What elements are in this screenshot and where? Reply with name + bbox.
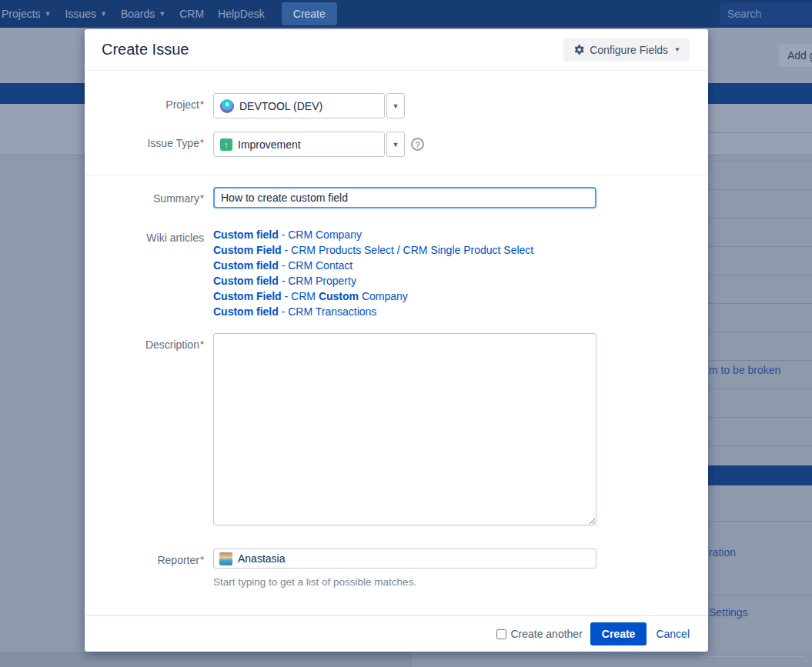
search-input[interactable] (720, 3, 812, 25)
project-select-value[interactable]: DEVTOOL (DEV) (213, 93, 385, 118)
nav-item-label: Boards (121, 8, 155, 20)
project-select-text: DEVTOOL (DEV) (239, 100, 322, 112)
nav-create-button[interactable]: Create (282, 2, 337, 25)
description-label: Description* (85, 333, 204, 528)
nav-item-helpdesk[interactable]: HelpDesk (218, 8, 265, 20)
bg-table-row-divider (699, 656, 805, 657)
required-asterisk: * (200, 137, 204, 148)
issue-type-dropdown-button[interactable]: ▼ (386, 132, 405, 157)
reporter-field-row: Reporter* (85, 549, 708, 569)
help-question-icon[interactable]: ? (411, 138, 424, 151)
project-select[interactable]: DEVTOOL (DEV) ▼ (213, 93, 405, 118)
reporter-input-box[interactable] (213, 549, 596, 569)
issue-type-select-value[interactable]: ↑ Improvement (213, 132, 385, 157)
issue-type-select-text: Improvement (238, 138, 301, 151)
bg-left-panel (0, 652, 412, 667)
nav-item-label: HelpDesk (218, 8, 265, 20)
nav-item-projects[interactable]: Projects▼ (2, 8, 52, 20)
nav-item-boards[interactable]: Boards▼ (121, 8, 165, 20)
project-label: Project* (85, 93, 204, 118)
wiki-articles-row: Wiki articles Custom field - CRM Company… (85, 227, 708, 319)
dialog-title: Create Issue (102, 41, 189, 58)
reporter-input[interactable] (238, 552, 590, 565)
dialog-footer: Create another Create Cancel (85, 615, 708, 652)
chevron-down-icon: ▼ (674, 46, 680, 53)
wiki-article-link-3[interactable]: Custom field - CRM Contact (213, 258, 533, 273)
reporter-hint-text: Start typing to get a list of possible m… (213, 576, 708, 588)
top-nav-bar: Projects▼Issues▼Boards▼CRMHelpDesk Creat… (0, 0, 812, 28)
bg-configuration-link[interactable]: ration (709, 546, 736, 559)
wiki-article-link-6[interactable]: Custom field - CRM Transactions (213, 304, 533, 319)
create-button[interactable]: Create (590, 622, 647, 645)
gear-icon (573, 44, 584, 55)
reporter-avatar (219, 552, 232, 565)
configure-fields-button[interactable]: Configure Fields ▼ (563, 38, 690, 62)
dialog-header: Create Issue Configure Fields ▼ (85, 29, 708, 71)
project-avatar-icon (220, 99, 234, 113)
summary-input[interactable] (213, 187, 596, 208)
issue-type-select[interactable]: ↑ Improvement ▼ (213, 132, 405, 157)
wiki-articles-label: Wiki articles (85, 227, 204, 319)
nav-item-label: Issues (65, 8, 96, 20)
chevron-down-icon: ▼ (45, 10, 52, 18)
section-divider (85, 175, 708, 175)
summary-label: Summary* (85, 187, 204, 208)
description-textarea[interactable] (213, 333, 596, 525)
required-asterisk: * (200, 339, 204, 350)
bg-right-panel (413, 652, 812, 667)
create-another-label: Create another (510, 628, 582, 640)
wiki-article-link-4[interactable]: Custom field - CRM Property (213, 273, 533, 288)
wiki-articles-links: Custom field - CRM CompanyCustom Field -… (213, 227, 533, 319)
bg-issue-link[interactable]: m to be broken (709, 364, 780, 376)
create-another-checkbox[interactable] (496, 629, 506, 639)
project-select-dropdown-button[interactable]: ▼ (386, 93, 405, 118)
nav-item-crm[interactable]: CRM (179, 8, 204, 20)
improvement-icon: ↑ (220, 138, 232, 151)
bg-settings-link[interactable]: Settings (709, 606, 748, 619)
reporter-label: Reporter* (85, 549, 204, 569)
project-field-row: Project* DEVTOOL (DEV) ▼ (85, 93, 708, 118)
nav-item-label: Projects (2, 8, 41, 20)
required-asterisk: * (200, 192, 204, 204)
summary-field-row: Summary* (85, 187, 708, 208)
nav-item-issues[interactable]: Issues▼ (65, 8, 107, 20)
chevron-down-icon: ▼ (159, 10, 165, 18)
create-issue-dialog: Create Issue Configure Fields ▼ Project*… (85, 29, 708, 652)
add-gadget-button[interactable]: Add g (779, 44, 812, 67)
dialog-body: Project* DEVTOOL (DEV) ▼ Issue Type* ↑ I… (85, 71, 708, 588)
issue-type-field-row: Issue Type* ↑ Improvement ▼ ? (85, 132, 708, 157)
wiki-article-link-2[interactable]: Custom Field - CRM Products Select / CRM… (213, 242, 533, 258)
required-asterisk: * (200, 554, 204, 565)
wiki-article-link-5[interactable]: Custom Field - CRM Custom Company (213, 288, 533, 304)
required-asterisk: * (200, 98, 204, 110)
issue-type-label: Issue Type* (85, 132, 204, 157)
nav-item-label: CRM (179, 8, 204, 20)
configure-fields-label: Configure Fields (590, 44, 668, 56)
wiki-article-link-1[interactable]: Custom field - CRM Company (213, 227, 533, 242)
chevron-down-icon: ▼ (100, 10, 107, 18)
description-field-row: Description* (85, 333, 708, 528)
create-another-option[interactable]: Create another (496, 628, 582, 640)
cancel-link[interactable]: Cancel (656, 628, 690, 640)
